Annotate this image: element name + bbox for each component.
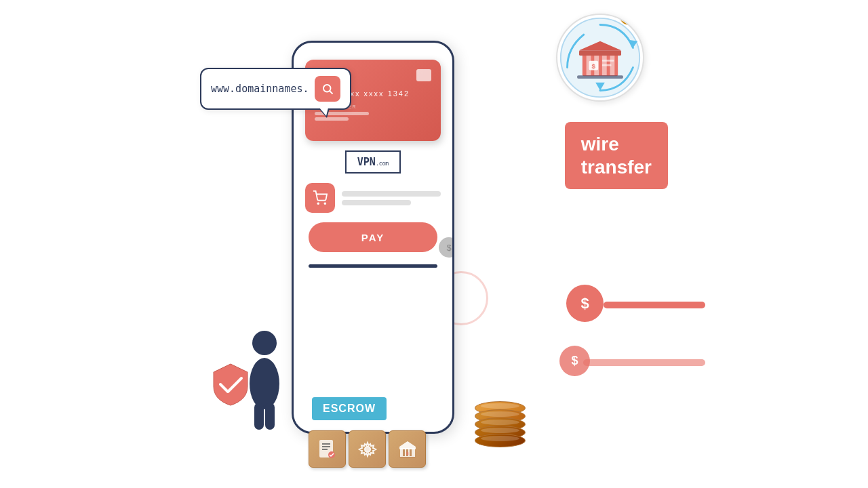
contract-icon xyxy=(317,439,338,460)
escrow-badge: ESCROW xyxy=(312,397,387,420)
shield-check-icon xyxy=(210,363,251,407)
svg-rect-31 xyxy=(399,447,416,449)
pay-button[interactable]: PAY xyxy=(309,222,437,252)
bank-building-icon: $ xyxy=(397,439,418,460)
wire-transfer-badge: wire transfer xyxy=(565,122,668,189)
search-bubble: www.domainnames. xyxy=(200,68,351,110)
dollar-sign-small: $ xyxy=(571,354,578,368)
svg-rect-35 xyxy=(410,449,412,456)
svg-line-1 xyxy=(330,91,332,94)
svg-rect-14 xyxy=(577,75,623,79)
wood-block-bank: $ xyxy=(389,430,426,468)
escrow-text: ESCROW xyxy=(323,403,376,414)
phone-coin: $ xyxy=(439,237,454,258)
check-shield xyxy=(210,363,251,407)
card-bars xyxy=(315,112,431,121)
wood-block-gear xyxy=(349,430,386,468)
svg-rect-15 xyxy=(602,60,614,62)
svg-rect-16 xyxy=(602,64,612,66)
search-icon xyxy=(321,83,334,95)
svg-point-20 xyxy=(250,358,279,409)
url-text: www.domainnames. xyxy=(211,83,309,95)
wire-transfer-text: wire transfer xyxy=(581,133,652,178)
bank-circle: $ xyxy=(556,14,651,108)
wood-blocks: $ xyxy=(309,430,426,468)
right-line-2 xyxy=(583,359,705,366)
svg-rect-6 xyxy=(579,50,621,56)
vpn-logo: VPN.com xyxy=(345,150,401,174)
svg-rect-33 xyxy=(403,449,405,456)
progress-bar xyxy=(309,264,437,268)
cart-row xyxy=(305,183,441,213)
coin-5 xyxy=(475,434,526,447)
svg-point-17 xyxy=(317,203,319,204)
cart-line-2 xyxy=(342,200,411,205)
svg-point-0 xyxy=(323,85,331,92)
right-line-1 xyxy=(604,302,705,308)
main-scene: www.domainnames. xyxy=(0,0,868,488)
wood-block-contract xyxy=(309,430,346,468)
svg-rect-22 xyxy=(265,403,275,430)
dollar-circle-small: $ xyxy=(559,346,590,376)
dollar-circle-large: $ xyxy=(566,285,604,322)
svg-rect-21 xyxy=(254,403,264,430)
cart-lines xyxy=(342,191,441,205)
search-button[interactable] xyxy=(315,76,340,102)
coins-stack xyxy=(475,407,526,447)
svg-point-18 xyxy=(324,203,326,204)
bank-arrows-icon: $ xyxy=(557,14,643,102)
svg-text:$: $ xyxy=(592,62,596,70)
svg-marker-32 xyxy=(399,441,416,447)
cart-line-1 xyxy=(342,191,441,197)
svg-point-19 xyxy=(252,331,277,355)
card-chip xyxy=(416,69,431,81)
cart-button[interactable] xyxy=(305,183,335,213)
dollar-sign-large: $ xyxy=(580,295,589,312)
cart-icon xyxy=(313,190,328,205)
gear-settings-icon xyxy=(357,439,378,460)
bank-circle-bg: $ xyxy=(556,14,644,102)
svg-rect-36 xyxy=(399,457,416,458)
